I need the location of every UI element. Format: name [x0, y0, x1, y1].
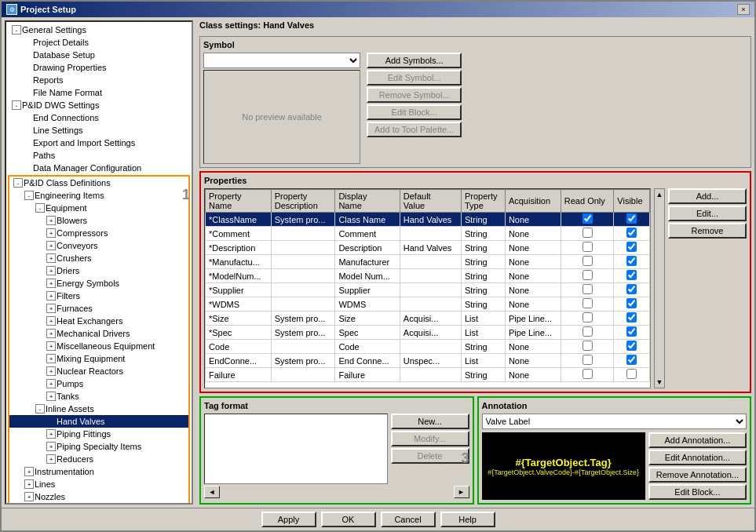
table-row[interactable]: FailureFailureStringNone [206, 368, 650, 382]
tree-item-general-settings[interactable]: - General Settings [8, 24, 190, 36]
tree-item-heat-exchangers[interactable]: + Heat Exchangers [9, 315, 188, 327]
table-row[interactable]: *SpecSystem pro...SpecAcquisi...ListPipe… [206, 326, 650, 340]
expand-icon[interactable]: + [24, 491, 35, 502]
expand-icon[interactable]: + [46, 428, 57, 439]
expand-icon[interactable]: - [35, 403, 46, 414]
tree-item-piping-fittings[interactable]: + Piping Fittings [9, 428, 188, 440]
expand-icon[interactable]: + [46, 290, 57, 301]
visible-checkbox[interactable] [626, 256, 637, 266]
tree-item-piping-specialty[interactable]: + Piping Specialty Items [9, 440, 188, 453]
col-display-name[interactable]: DisplayName [335, 190, 400, 213]
tree-item-reducers[interactable]: + Reducers [9, 453, 188, 465]
tree-item-export-import[interactable]: Export and Import Settings [8, 137, 190, 149]
readonly-checkbox[interactable] [583, 369, 593, 379]
readonly-checkbox[interactable] [583, 270, 593, 280]
add-palette-button[interactable]: Add to Tool Palette... [367, 122, 462, 137]
readonly-checkbox[interactable] [583, 242, 593, 252]
expand-icon[interactable]: + [46, 328, 57, 339]
expand-icon[interactable]: + [24, 466, 35, 477]
tree-item-instrumentation[interactable]: + Instrumentation [9, 465, 188, 478]
expand-icon[interactable]: + [46, 366, 57, 377]
expand-icon[interactable]: - [35, 202, 46, 213]
visible-checkbox[interactable] [626, 355, 637, 365]
edit-symbol-button[interactable]: Edit Symbol... [367, 70, 462, 86]
tree-panel[interactable]: - General Settings Project Details Datab… [5, 20, 193, 505]
tree-item-energy-symbols[interactable]: + Energy Symbols [9, 277, 188, 290]
tag-next-button[interactable]: ► [454, 486, 469, 498]
remove-annotation-button[interactable]: Remove Annotation... [648, 467, 747, 483]
readonly-checkbox[interactable] [583, 355, 593, 365]
readonly-checkbox[interactable] [583, 326, 593, 337]
table-row[interactable]: *SupplierSupplierStringNone [206, 283, 650, 297]
tree-item-data-manager[interactable]: Data Manager Configuration [8, 162, 190, 174]
readonly-checkbox[interactable] [583, 312, 593, 322]
tree-item-end-connections[interactable]: End Connections [8, 111, 190, 124]
tree-item-engineering-items[interactable]: - Engineering Items [9, 189, 188, 202]
expand-icon[interactable]: + [46, 315, 57, 326]
tree-item-paths[interactable]: Paths [8, 149, 190, 162]
new-tag-button[interactable]: New... [391, 414, 469, 429]
table-row[interactable]: *ModelNum...Model Num...StringNone [206, 269, 650, 283]
tree-item-pid-class-defs[interactable]: - P&ID Class Definitions [9, 177, 188, 189]
readonly-checkbox[interactable] [583, 298, 593, 308]
tree-item-pumps[interactable]: + Pumps [9, 377, 188, 390]
edit-annotation-button[interactable]: Edit Annotation... [648, 450, 747, 465]
tree-item-nozzles[interactable]: + Nozzles [9, 490, 188, 503]
readonly-checkbox[interactable] [583, 256, 593, 266]
expand-icon[interactable]: + [46, 215, 57, 226]
tree-item-reports[interactable]: Reports [8, 74, 190, 86]
symbol-dropdown[interactable] [203, 53, 360, 68]
expand-icon[interactable]: + [46, 278, 57, 289]
table-row[interactable]: *CommentCommentStringNone [206, 227, 650, 241]
edit-block-symbol-button[interactable]: Edit Block... [367, 104, 462, 120]
scroll-down-arrow[interactable]: ▼ [656, 378, 663, 386]
expand-icon[interactable]: + [46, 240, 57, 251]
add-annotation-button[interactable]: Add Annotation... [648, 432, 747, 448]
tree-item-compressors[interactable]: + Compressors [9, 227, 188, 239]
col-property-desc[interactable]: PropertyDescription [271, 190, 335, 213]
ok-button[interactable]: OK [321, 512, 376, 527]
col-visible[interactable]: Visible [614, 190, 650, 213]
add-symbols-button[interactable]: Add Symbols... [367, 53, 462, 68]
visible-checkbox[interactable] [626, 312, 637, 322]
col-read-only[interactable]: Read Only [561, 190, 614, 213]
table-row[interactable]: EndConne...System pro...End Conne...Unsp… [206, 354, 650, 368]
visible-checkbox[interactable] [626, 298, 637, 308]
readonly-checkbox[interactable] [583, 284, 593, 294]
expand-icon[interactable]: + [24, 479, 35, 490]
add-property-button[interactable]: Add... [668, 188, 747, 204]
remove-property-button[interactable]: Remove [668, 223, 747, 239]
table-row[interactable]: *ClassNameSystem pro...Class NameHand Va… [206, 213, 650, 227]
modify-tag-button[interactable]: Modify... [391, 431, 469, 446]
visible-checkbox[interactable] [626, 213, 637, 224]
edit-property-button[interactable]: Edit... [668, 206, 747, 221]
expand-icon[interactable]: + [46, 454, 57, 465]
close-button[interactable]: × [737, 4, 750, 15]
edit-block-annotation-button[interactable]: Edit Block... [648, 484, 747, 500]
tree-item-furnaces[interactable]: + Furnaces [9, 302, 188, 315]
tree-item-filters[interactable]: + Filters [9, 290, 188, 302]
tag-list[interactable] [204, 414, 388, 484]
expand-icon[interactable]: + [46, 378, 57, 389]
expand-icon[interactable]: - [11, 24, 22, 35]
readonly-checkbox[interactable] [583, 213, 593, 224]
annotation-dropdown[interactable]: Valve Label [482, 414, 747, 429]
expand-icon[interactable]: + [46, 391, 57, 402]
table-row[interactable]: *DescriptionDescriptionHand ValvesString… [206, 241, 650, 255]
expand-icon[interactable]: - [13, 177, 24, 188]
tree-item-crushers[interactable]: + Crushers [9, 252, 188, 264]
delete-tag-button[interactable]: Delete [391, 448, 469, 464]
tree-item-pid-dwg-settings[interactable]: - P&ID DWG Settings [8, 99, 190, 111]
tree-item-mechanical-drivers[interactable]: + Mechanical Drivers [9, 327, 188, 340]
tree-item-lines[interactable]: + Lines [9, 478, 188, 490]
visible-checkbox[interactable] [626, 270, 637, 280]
tree-item-line-settings[interactable]: Line Settings [8, 124, 190, 137]
tree-item-blowers[interactable]: + Blowers [9, 214, 188, 227]
visible-checkbox[interactable] [626, 228, 637, 238]
visible-checkbox[interactable] [626, 369, 637, 379]
tree-item-driers[interactable]: + Driers [9, 264, 188, 277]
tree-item-drawing-properties[interactable]: Drawing Properties [8, 61, 190, 74]
expand-icon[interactable]: - [24, 190, 35, 201]
tree-item-conveyors[interactable]: + Conveyors [9, 239, 188, 252]
visible-checkbox[interactable] [626, 341, 637, 351]
